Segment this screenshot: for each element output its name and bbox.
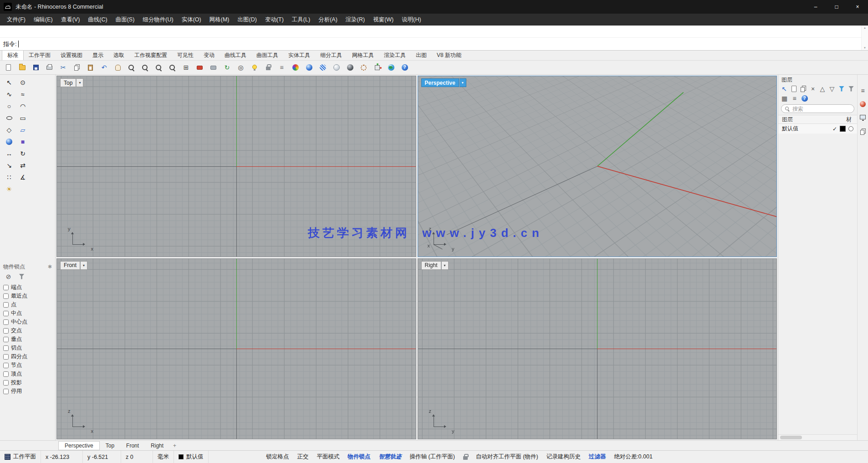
cut-button[interactable]: ✂ <box>57 62 69 73</box>
layer-row-default[interactable]: 默认值 ✓ <box>778 124 857 134</box>
osnap-item-8[interactable]: 四分点 <box>2 352 53 361</box>
osnap-checkbox-6[interactable] <box>3 337 9 342</box>
statusbar-toggle-4[interactable]: 智慧轨迹 <box>375 451 406 463</box>
viewport-perspective-menu-arrow[interactable]: ▼ <box>460 78 466 87</box>
layer-filter-button[interactable] <box>838 85 845 93</box>
viewport-top-title[interactable]: Top <box>60 78 76 87</box>
arc-tool-button[interactable]: ◠ <box>17 101 29 112</box>
toolbar-tab-6[interactable]: 可见性 <box>172 50 199 60</box>
open-file-button[interactable] <box>16 62 28 73</box>
menu-item-3[interactable]: 曲线(C) <box>84 14 111 26</box>
menu-item-2[interactable]: 查看(V) <box>57 14 84 26</box>
statusbar-toggle-5[interactable]: 操作轴 (工作平面) <box>406 451 459 463</box>
layer-material-swatch[interactable] <box>848 126 853 131</box>
copy-button[interactable] <box>71 62 82 73</box>
paste-button[interactable] <box>85 62 96 73</box>
command-line[interactable]: 指令: <box>0 38 868 50</box>
viewport-front[interactable]: Front ▼ z x <box>56 258 416 440</box>
scroll-down-icon[interactable]: ▼ <box>863 46 866 49</box>
osnap-toggle-button[interactable]: ◎ <box>235 62 246 73</box>
osnap-item-10[interactable]: 顶点 <box>2 370 53 378</box>
rotate-tool-button[interactable]: ↻ <box>17 148 29 159</box>
viewport-perspective-title[interactable]: Perspective <box>421 78 459 87</box>
viewport-right[interactable]: Right ▼ z y <box>418 258 777 440</box>
earth-anchor-button[interactable] <box>385 62 397 73</box>
osnap-item-7[interactable]: 切点 <box>2 344 53 352</box>
object-properties-button[interactable]: ≡ <box>276 62 287 73</box>
scroll-up-icon[interactable]: ▲ <box>863 26 866 29</box>
osnap-item-9[interactable]: 节点 <box>2 361 53 370</box>
mirror-tool-button[interactable]: ⇄ <box>17 160 29 171</box>
menu-item-0[interactable]: 文件(F) <box>3 14 30 26</box>
osnap-checkbox-12[interactable] <box>3 389 9 394</box>
lock-object-button[interactable] <box>262 62 274 73</box>
toolbar-tab-12[interactable]: 网格工具 <box>347 50 379 60</box>
menu-item-8[interactable]: 出图(D) <box>234 14 261 26</box>
osnap-item-3[interactable]: 中点 <box>2 309 53 318</box>
toolbar-tab-9[interactable]: 曲面工具 <box>251 50 283 60</box>
panel-tab-menu-button[interactable]: ≡ <box>859 87 867 94</box>
menu-item-13[interactable]: 视窗(W) <box>369 14 398 26</box>
toolbar-tab-2[interactable]: 设置视图 <box>56 50 87 60</box>
viewport-tab-right[interactable]: Right <box>145 442 169 450</box>
osnap-item-1[interactable]: 最近点 <box>2 292 53 300</box>
save-button[interactable] <box>30 62 41 73</box>
osnap-item-4[interactable]: 中心点 <box>2 318 53 326</box>
polygon-tool-button[interactable]: ◇ <box>3 124 15 135</box>
layer-search-box[interactable] <box>781 104 854 113</box>
toolbar-tab-4[interactable]: 选取 <box>108 50 129 60</box>
statusbar-toggle-10[interactable]: 绝对公差:0.001 <box>610 451 657 463</box>
statusbar-toggle-9[interactable]: 过滤器 <box>585 451 610 463</box>
undo-view-button[interactable] <box>194 62 205 73</box>
gumball-lock-icon[interactable] <box>459 451 472 463</box>
cplane-button[interactable]: 工作平面 <box>0 451 41 463</box>
statusbar-toggle-0[interactable]: 锁定格点 <box>262 451 293 463</box>
osnap-checkbox-7[interactable] <box>3 345 9 351</box>
print-button[interactable] <box>44 62 55 73</box>
menu-item-9[interactable]: 变动(T) <box>261 14 288 26</box>
command-scrollbar[interactable]: ▲ ▼ <box>861 26 868 50</box>
osnap-filter-button[interactable] <box>18 273 26 280</box>
scale-tool-button[interactable]: ↘ <box>3 160 15 171</box>
osnap-checkbox-0[interactable] <box>3 285 9 290</box>
osnap-checkbox-2[interactable] <box>3 302 9 308</box>
layer-select-button[interactable]: ↖ <box>781 85 788 93</box>
osnap-checkbox-5[interactable] <box>3 328 9 334</box>
list-view-button[interactable]: ▦ <box>781 94 788 102</box>
osnap-item-2[interactable]: 点 <box>2 300 53 309</box>
panel-menu-button[interactable]: ≡ <box>791 94 798 102</box>
menu-item-1[interactable]: 编辑(E) <box>30 14 57 26</box>
layers-help-button[interactable]: ? <box>801 94 808 102</box>
viewport-right-title[interactable]: Right <box>421 261 441 270</box>
options-button[interactable] <box>358 62 369 73</box>
osnap-item-5[interactable]: 交点 <box>2 326 53 335</box>
sphere-tool-button[interactable] <box>3 136 15 147</box>
new-layer-button[interactable] <box>790 85 797 93</box>
help-button[interactable]: ? <box>399 62 410 73</box>
column-layer[interactable]: 图层 <box>782 116 846 123</box>
viewport-tab-front[interactable]: Front <box>120 442 145 450</box>
viewport-top-menu-arrow[interactable]: ▼ <box>77 78 83 87</box>
menu-item-14[interactable]: 说明(H) <box>398 14 425 26</box>
menu-item-6[interactable]: 实体(O) <box>178 14 205 26</box>
osnap-item-12[interactable]: 停用 <box>2 387 53 396</box>
osnap-item-6[interactable]: 垂点 <box>2 335 53 344</box>
command-history[interactable] <box>0 26 868 38</box>
array-tool-button[interactable]: ∷ <box>3 172 15 183</box>
menu-item-12[interactable]: 渲染(R) <box>342 14 369 26</box>
statusbar-toggle-3[interactable]: 物件锁点 <box>344 451 375 463</box>
layer-search-input[interactable] <box>792 106 851 112</box>
wireframe-view-button[interactable] <box>344 62 356 73</box>
viewport-tab-perspective[interactable]: Perspective <box>58 441 100 450</box>
polyline-tool-button[interactable]: ∿ <box>3 89 15 100</box>
panels-tab-button[interactable] <box>859 128 867 135</box>
point-tool-button[interactable]: ⊙ <box>17 77 29 88</box>
toolbar-tab-15[interactable]: V8 新功能 <box>432 50 466 60</box>
viewport-front-menu-arrow[interactable]: ▼ <box>81 261 87 270</box>
statusbar-toggle-8[interactable]: 记录建构历史 <box>542 451 585 463</box>
zoom-extents-button[interactable] <box>167 62 178 73</box>
gumball-button[interactable] <box>372 62 383 73</box>
materials-tab-button[interactable] <box>859 100 867 108</box>
freeform-curve-tool-button[interactable]: ≈ <box>17 89 29 100</box>
pan-view-button[interactable] <box>208 62 219 73</box>
